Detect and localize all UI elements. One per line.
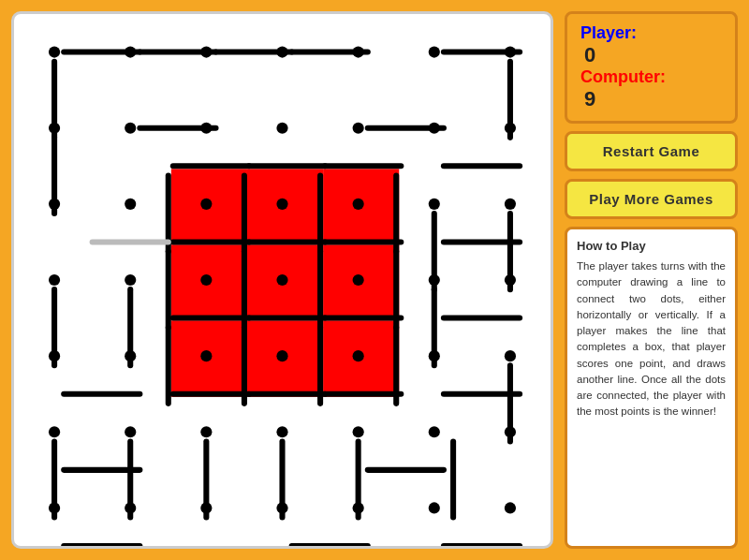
player-label: Player: <box>580 23 637 42</box>
how-to-play-text: The player takes turns with the computer… <box>577 258 726 420</box>
dot <box>276 426 287 437</box>
dot <box>276 123 287 134</box>
dot <box>125 426 136 437</box>
dot <box>505 274 516 286</box>
dot <box>276 274 287 286</box>
game-area[interactable] <box>11 11 553 549</box>
dot <box>429 199 440 210</box>
dot <box>200 350 212 361</box>
dot <box>353 274 364 286</box>
dot <box>125 123 136 134</box>
dot <box>505 426 516 437</box>
score-panel: Player: 0 Computer: 9 <box>565 11 738 124</box>
restart-game-button[interactable]: Restart Game <box>565 131 738 171</box>
dot <box>125 350 136 361</box>
dot <box>125 274 136 286</box>
dot <box>429 350 440 361</box>
dot <box>505 502 516 513</box>
dot <box>429 502 440 513</box>
dot <box>276 46 287 57</box>
dot <box>49 46 60 57</box>
dot <box>200 123 212 134</box>
dot <box>200 46 212 57</box>
dot <box>49 274 60 286</box>
dot <box>200 274 212 286</box>
dot <box>125 199 136 210</box>
sidebar: Player: 0 Computer: 9 Restart Game Play … <box>565 11 738 549</box>
dot <box>200 199 212 210</box>
dot <box>49 123 60 134</box>
computer-label: Computer: <box>580 67 666 86</box>
dot <box>505 350 516 361</box>
dot <box>276 502 287 513</box>
dot <box>200 502 212 513</box>
dot <box>49 502 60 513</box>
dot <box>353 123 364 134</box>
dot <box>429 46 440 57</box>
dot <box>49 426 60 437</box>
play-more-games-button[interactable]: Play More Games <box>565 179 738 219</box>
dot <box>49 350 60 361</box>
dot <box>353 426 364 437</box>
dot <box>429 274 440 286</box>
dot <box>505 123 516 134</box>
player-score: 0 <box>584 43 595 66</box>
dot <box>353 199 364 210</box>
dot <box>125 502 136 513</box>
dot <box>353 350 364 361</box>
dot <box>200 426 212 437</box>
dot <box>429 426 440 437</box>
dot <box>125 46 136 57</box>
how-to-play-title: How to Play <box>577 239 726 253</box>
dot <box>353 502 364 513</box>
dot <box>505 46 516 57</box>
computer-score: 9 <box>584 87 595 111</box>
dot <box>353 46 364 57</box>
dot <box>505 199 516 210</box>
dot <box>49 199 60 210</box>
dot <box>276 350 287 361</box>
dot <box>276 199 287 210</box>
how-to-play-panel: How to Play The player takes turns with … <box>565 227 738 549</box>
dot <box>429 123 440 134</box>
